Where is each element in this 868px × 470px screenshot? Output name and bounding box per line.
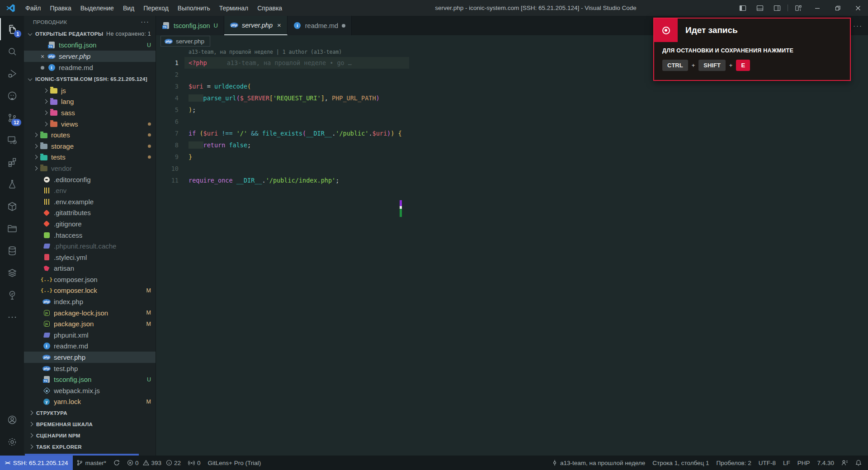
menu-item-Справка[interactable]: Справка xyxy=(253,2,287,14)
open-editor-readme.md[interactable]: ireadme.md xyxy=(24,62,156,73)
language-indicator[interactable]: PHP xyxy=(794,456,814,470)
activity-layers[interactable] xyxy=(0,262,24,284)
sync-button[interactable] xyxy=(110,456,123,470)
toggle-secondary-sidebar-icon[interactable] xyxy=(769,0,786,16)
menu-item-Выделение[interactable]: Выделение xyxy=(76,2,118,14)
activity-settings[interactable] xyxy=(0,431,24,453)
editor-more-actions-icon[interactable]: ··· xyxy=(853,16,863,35)
remote-indicator[interactable]: >< SSH: 65.21.205.124 xyxy=(0,456,73,470)
activity-database[interactable] xyxy=(0,240,24,262)
tree-file-.htaccess[interactable]: .htaccess xyxy=(24,230,156,241)
tree-file-artisan[interactable]: artisan xyxy=(24,263,156,274)
notifications-button[interactable] xyxy=(852,456,865,470)
menu-item-Правка[interactable]: Правка xyxy=(45,2,75,14)
tree-file-test.php[interactable]: phptest.php xyxy=(24,363,156,374)
sidebar-section-ВРЕМЕННАЯ ШКАЛА[interactable]: ВРЕМЕННАЯ ШКАЛА xyxy=(24,418,156,430)
tree-file-readme.md[interactable]: ireadme.md xyxy=(24,341,156,352)
tab-tsconfig.json[interactable]: tsconfig.jsonU xyxy=(156,16,224,35)
activity-package[interactable] xyxy=(0,195,24,217)
tab-close-icon[interactable]: × xyxy=(277,21,281,29)
tree-folder-js[interactable]: js xyxy=(24,85,156,96)
tree-folder-lang[interactable]: lang xyxy=(24,96,156,108)
section-label: TASK EXPLORER xyxy=(36,444,82,450)
tree-file-package.json[interactable]: jspackage.jsonM xyxy=(24,318,156,329)
tab-server.php[interactable]: phpserver.php× xyxy=(224,16,288,35)
commit-icon xyxy=(552,460,558,466)
activity-tree[interactable] xyxy=(0,284,24,306)
tree-item-label: composer.lock xyxy=(54,287,97,294)
menu-item-Терминал[interactable]: Терминал xyxy=(215,2,253,14)
tree-folder-sass[interactable]: sass xyxy=(24,107,156,118)
sidebar-section-СТРУКТУРА[interactable]: СТРУКТУРА xyxy=(24,407,156,418)
tree-folder-views[interactable]: views xyxy=(24,118,156,130)
workspace-header[interactable]: ICONIC-SYSTEM.COM [SSH: 65.21.205.124] xyxy=(24,73,156,85)
tree-file-package-lock.json[interactable]: jspackage-lock.jsonM xyxy=(24,307,156,319)
activity-github[interactable] xyxy=(0,85,24,107)
customize-layout-icon[interactable] xyxy=(790,0,807,16)
code-editor[interactable]: a13-team, на прошлой неделе | 1 author (… xyxy=(156,47,868,456)
branch-indicator[interactable]: master* xyxy=(73,456,110,470)
activity-explorer[interactable]: 1 xyxy=(0,18,24,40)
encoding-indicator[interactable]: UTF-8 xyxy=(755,456,779,470)
tree-folder-vendor[interactable]: vendor xyxy=(24,163,156,174)
tree-file-tsconfig.json[interactable]: tsconfig.jsonU xyxy=(24,374,156,385)
sidebar-section-TASK EXPLORER[interactable]: TASK EXPLORER xyxy=(24,441,156,452)
tree-file-server.php[interactable]: phpserver.php xyxy=(24,352,156,363)
indentation-indicator[interactable]: Пробелов: 2 xyxy=(713,456,755,470)
tree-file-.gitignore[interactable]: .gitignore xyxy=(24,218,156,230)
tree-folder-routes[interactable]: routes xyxy=(24,129,156,141)
menu-item-Выполнить[interactable]: Выполнить xyxy=(173,2,215,14)
activity-account[interactable] xyxy=(0,409,24,431)
sidebar-section-СЦЕНАРИИ NPM[interactable]: СЦЕНАРИИ NPM xyxy=(24,430,156,441)
tab-readme.md[interactable]: ireadme.md xyxy=(288,16,352,35)
activity-testing[interactable] xyxy=(0,173,24,195)
menu-item-Переход[interactable]: Переход xyxy=(139,2,173,14)
activity-source-control[interactable]: 12 xyxy=(0,107,24,129)
tree-file-.env.example[interactable]: .env.example xyxy=(24,196,156,207)
broadcast-indicator[interactable]: 0 xyxy=(184,456,204,470)
blame-indicator[interactable]: a13-team, на прошлой неделе xyxy=(548,456,649,470)
activity-remote[interactable] xyxy=(0,129,24,151)
tree-file-phpunit.xml[interactable]: phpunit.xml xyxy=(24,329,156,341)
toggle-panel-icon[interactable] xyxy=(751,0,769,16)
breadcrumb-item[interactable]: php server.php xyxy=(160,36,210,47)
testing-icon xyxy=(7,179,18,190)
tree-file-.editorconfig[interactable]: .editorconfig xyxy=(24,174,156,185)
menu-item-Файл[interactable]: Файл xyxy=(21,2,45,14)
tree-file-yarn.lock[interactable]: yyarn.lockM xyxy=(24,396,156,408)
tree-file-.env[interactable]: .env xyxy=(24,185,156,196)
activity-extensions[interactable] xyxy=(0,151,24,173)
gitlens-indicator[interactable]: GitLens+ Pro (Trial) xyxy=(204,456,265,470)
eol-indicator[interactable]: LF xyxy=(779,456,794,470)
activity-debug[interactable] xyxy=(0,62,24,85)
php-version-indicator[interactable]: 7.4.30 xyxy=(813,456,838,470)
restore-button[interactable] xyxy=(827,0,848,16)
tree-file-.gitattributes[interactable]: .gitattributes xyxy=(24,207,156,219)
close-button[interactable] xyxy=(848,0,868,16)
open-editor-tsconfig.json[interactable]: tsconfig.jsonU xyxy=(24,39,156,51)
open-editors-header[interactable]: ОТКРЫТЫЕ РЕДАКТОРЫ Не сохранено: 1 xyxy=(24,28,156,39)
explorer-actions-icon[interactable]: ··· xyxy=(141,18,149,26)
tree-file-composer.json[interactable]: {..}composer.json xyxy=(24,274,156,285)
tree-item-label: readme.md xyxy=(54,342,88,350)
tree-file-.styleci.yml[interactable]: .styleci.yml xyxy=(24,252,156,263)
notification-title: Идет запись xyxy=(685,25,738,35)
cursor-position[interactable]: Строка 1, столбец 1 xyxy=(649,456,712,470)
activity-search[interactable] xyxy=(0,40,24,62)
tree-folder-tests[interactable]: tests xyxy=(24,152,156,163)
tree-folder-storage[interactable]: storage xyxy=(24,141,156,152)
menu-item-Вид[interactable]: Вид xyxy=(118,2,139,14)
tree-file-.phpunit.result.cache[interactable]: .phpunit.result.cache xyxy=(24,240,156,252)
feedback-button[interactable] xyxy=(838,456,852,470)
tree-file-index.php[interactable]: phpindex.php xyxy=(24,296,156,307)
tree-file-composer.lock[interactable]: {..}composer.lockM xyxy=(24,285,156,296)
tree-file-webpack.mix.js[interactable]: webpack.mix.js xyxy=(24,385,156,396)
problems-indicator[interactable]: 0 393 22 xyxy=(123,456,184,470)
minimize-button[interactable] xyxy=(807,0,827,16)
toggle-sidebar-icon[interactable] xyxy=(734,0,751,16)
activity-folder[interactable] xyxy=(0,217,24,240)
close-icon[interactable]: × xyxy=(38,53,47,60)
activity-more[interactable] xyxy=(0,306,24,328)
sidebar-scrollbar[interactable] xyxy=(25,454,139,456)
open-editor-server.php[interactable]: ×phpserver.php xyxy=(24,51,156,62)
